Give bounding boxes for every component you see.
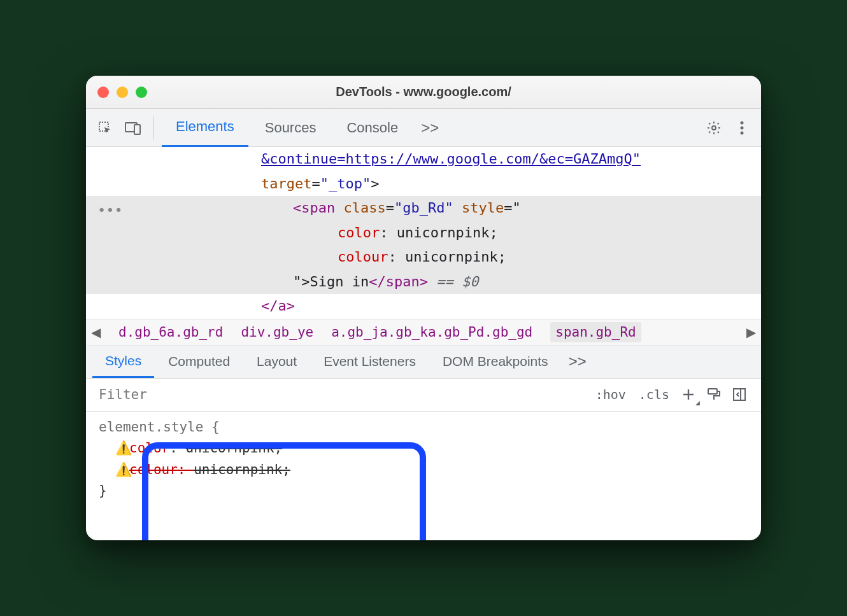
styles-filter-row: :hov .cls bbox=[86, 379, 761, 412]
crumb-item[interactable]: div.gb_ye bbox=[241, 325, 313, 340]
more-subtabs-icon[interactable]: >> bbox=[562, 353, 593, 370]
styles-filter-input[interactable] bbox=[99, 387, 589, 402]
tab-elements[interactable]: Elements bbox=[162, 109, 248, 147]
crumb-item[interactable]: a.gb_ja.gb_ka.gb_Pd.gb_gd bbox=[331, 325, 532, 340]
paint-format-icon[interactable] bbox=[701, 382, 727, 407]
svg-rect-8 bbox=[734, 389, 745, 400]
crumb-item[interactable]: d.gb_6a.gb_rd bbox=[118, 325, 223, 340]
window-title: DevTools - www.google.com/ bbox=[86, 85, 761, 99]
subtab-layout[interactable]: Layout bbox=[244, 345, 310, 378]
svg-point-4 bbox=[741, 121, 744, 124]
zoom-window-button[interactable] bbox=[136, 87, 147, 98]
close-window-button[interactable] bbox=[97, 87, 109, 98]
titlebar: DevTools - www.google.com/ bbox=[86, 76, 761, 109]
styles-subtabs-bar: Styles Computed Layout Event Listeners D… bbox=[86, 346, 761, 379]
ellipsis-icon[interactable]: ••• bbox=[97, 199, 123, 223]
tab-sources[interactable]: Sources bbox=[251, 109, 331, 147]
dom-line[interactable]: target="_top"> bbox=[86, 172, 761, 197]
cls-toggle[interactable]: .cls bbox=[632, 384, 676, 405]
new-style-rule-icon[interactable] bbox=[676, 382, 701, 407]
inspect-icon[interactable] bbox=[92, 115, 118, 141]
traffic-lights bbox=[97, 87, 147, 98]
warning-icon: ⚠️ bbox=[115, 438, 129, 459]
svg-point-6 bbox=[741, 131, 744, 134]
dom-line[interactable]: &continue=https://www.google.com/&ec=GAZ… bbox=[86, 147, 761, 172]
rule-close-brace: } bbox=[99, 480, 748, 502]
warning-icon: ⚠️ bbox=[115, 459, 129, 481]
rule-selector[interactable]: element.style { bbox=[99, 417, 748, 438]
devtools-window: DevTools - www.google.com/ Elements Sour… bbox=[86, 76, 761, 540]
subtab-computed[interactable]: Computed bbox=[155, 345, 243, 378]
css-declaration[interactable]: ⚠️ colour: unicornpink; bbox=[99, 459, 748, 481]
kebab-menu-icon[interactable] bbox=[729, 115, 755, 141]
subtab-styles[interactable]: Styles bbox=[92, 345, 154, 378]
separator bbox=[153, 116, 154, 139]
subtab-event-listeners[interactable]: Event Listeners bbox=[311, 345, 429, 378]
hov-toggle[interactable]: :hov bbox=[589, 384, 632, 405]
crumb-item-active[interactable]: span.gb_Rd bbox=[550, 322, 641, 342]
svg-rect-7 bbox=[708, 389, 717, 394]
crumb-scroll-left-icon[interactable]: ◀ bbox=[91, 325, 101, 340]
css-declaration[interactable]: ⚠️ color: unicornpink; bbox=[99, 438, 748, 459]
css-property-value[interactable]: unicornpink; bbox=[186, 438, 283, 459]
device-toolbar-icon[interactable] bbox=[120, 115, 146, 141]
styles-pane[interactable]: element.style { ⚠️ color: unicornpink; ⚠… bbox=[86, 412, 761, 541]
dom-selected-node[interactable]: ••• <span class="gb_Rd" style=" color: u… bbox=[86, 196, 761, 294]
dom-tree[interactable]: &continue=https://www.google.com/&ec=GAZ… bbox=[86, 147, 761, 319]
computed-toggle-icon[interactable] bbox=[727, 382, 752, 407]
settings-icon[interactable] bbox=[701, 115, 727, 141]
css-property-name[interactable]: color bbox=[129, 438, 169, 459]
svg-point-5 bbox=[741, 126, 744, 129]
tab-console[interactable]: Console bbox=[332, 109, 412, 147]
breadcrumb: ◀ d.gb_6a.gb_rd div.gb_ye a.gb_ja.gb_ka.… bbox=[86, 319, 761, 346]
svg-point-3 bbox=[712, 126, 716, 130]
svg-rect-2 bbox=[134, 125, 140, 134]
minimize-window-button[interactable] bbox=[117, 87, 128, 98]
subtab-dom-breakpoints[interactable]: DOM Breakpoints bbox=[430, 345, 561, 378]
css-property-name[interactable]: colour: bbox=[129, 459, 194, 481]
dom-line[interactable]: </a> bbox=[86, 294, 761, 319]
crumb-scroll-right-icon[interactable]: ▶ bbox=[746, 325, 756, 340]
url-text: &continue=https://www.google.com/&ec=GAZ… bbox=[261, 151, 641, 167]
more-tabs-icon[interactable]: >> bbox=[415, 119, 445, 137]
main-tabs-bar: Elements Sources Console >> bbox=[86, 109, 761, 147]
css-property-value[interactable]: unicornpink; bbox=[194, 459, 290, 481]
